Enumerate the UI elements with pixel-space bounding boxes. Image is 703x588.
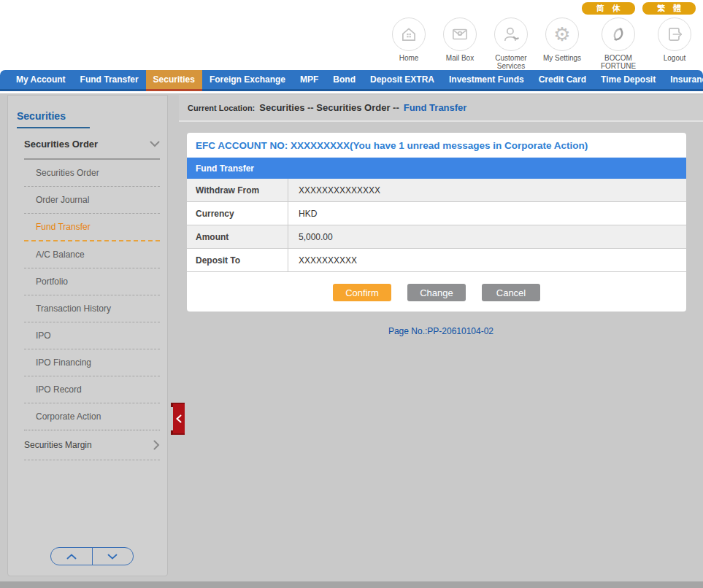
- nav-deposit-extra[interactable]: Deposit EXTRA: [363, 70, 442, 89]
- my-settings-label: My Settings: [543, 54, 581, 62]
- row-label: Deposit To: [187, 249, 288, 272]
- account-notice: EFC ACCOUNT NO: XXXXXXXXX(You have 1 unr…: [187, 133, 686, 158]
- nav-my-account[interactable]: My Account: [9, 70, 73, 89]
- main-navbar: My Account Fund Transfer Securities Fore…: [0, 70, 703, 91]
- page: 简 体 繁 體 Home: [0, 0, 703, 588]
- row-label: Withdraw From: [187, 179, 288, 202]
- confirm-button[interactable]: Confirm: [333, 284, 391, 301]
- logout-icon: [658, 18, 691, 51]
- sidebar-item-transaction-history[interactable]: Transaction History: [24, 295, 160, 322]
- sidebar-scroller: [50, 547, 134, 565]
- sidebar-item-ipo[interactable]: IPO: [24, 322, 160, 349]
- my-settings-button[interactable]: ⚙ My Settings: [537, 18, 588, 62]
- traditional-chinese-button[interactable]: 繁 體: [642, 2, 696, 15]
- sidebar: Securities Securities Order Securities O…: [7, 95, 168, 576]
- sidebar-item-ac-balance[interactable]: A/C Balance: [24, 241, 160, 268]
- nav-insurance[interactable]: Insurance: [663, 70, 703, 89]
- nav-credit-card[interactable]: Credit Card: [531, 70, 593, 89]
- row-value: HKD: [288, 202, 687, 225]
- nav-fund-transfer[interactable]: Fund Transfer: [73, 70, 146, 89]
- bottom-strip: [0, 581, 703, 588]
- breadcrumb: Current Location: Securities -- Securiti…: [179, 95, 703, 122]
- table-row: Deposit To XXXXXXXXXX: [187, 249, 686, 272]
- breadcrumb-path: Securities -- Securities Order --: [259, 102, 399, 113]
- cancel-button[interactable]: Cancel: [482, 284, 540, 301]
- nav-securities[interactable]: Securities: [146, 70, 202, 91]
- table-row: Withdraw From XXXXXXXXXXXXXX: [187, 179, 686, 202]
- mail-box-button[interactable]: Mail Box: [434, 18, 485, 62]
- sidebar-group-securities-order[interactable]: Securities Order: [24, 139, 160, 160]
- header: 简 体 繁 體 Home: [0, 0, 703, 70]
- breadcrumb-prefix: Current Location:: [188, 104, 255, 112]
- home-label: Home: [399, 54, 419, 62]
- simplified-chinese-button[interactable]: 简 体: [582, 2, 635, 15]
- row-value: 5,000.00: [288, 225, 687, 249]
- sidebar-group-label: Securities Order: [24, 139, 98, 150]
- scroll-up-button[interactable]: [51, 548, 93, 565]
- chevron-right-icon: [153, 440, 160, 450]
- sidebar-title: Securities: [17, 110, 90, 128]
- chevron-left-icon: [176, 414, 182, 423]
- customer-services-button[interactable]: Customer Services: [485, 18, 537, 70]
- fund-transfer-card: EFC ACCOUNT NO: XXXXXXXXX(You have 1 unr…: [187, 133, 686, 312]
- row-label: Amount: [187, 225, 288, 249]
- sidebar-group2-label: Securities Margin: [24, 440, 92, 450]
- page-number: Page No.:PP-20610104-02: [179, 326, 703, 336]
- nav-mpf[interactable]: MPF: [293, 70, 326, 89]
- table-title: Fund Transfer: [187, 158, 686, 179]
- my-settings-icon: ⚙: [545, 18, 579, 51]
- sidebar-item-portfolio[interactable]: Portfolio: [24, 268, 160, 295]
- nav-investment-funds[interactable]: Investment Funds: [442, 70, 531, 89]
- sidebar-group-securities-margin[interactable]: Securities Margin: [24, 430, 160, 460]
- mail-box-label: Mail Box: [446, 54, 474, 62]
- sidebar-item-order-journal[interactable]: Order Journal: [24, 187, 160, 214]
- chevron-up-icon: [66, 554, 77, 560]
- bocom-fortune-services-icon: [602, 18, 635, 51]
- logout-label: Logout: [664, 54, 686, 62]
- sidebar-items: Securities Order Order Journal Fund Tran…: [24, 160, 160, 430]
- sidebar-item-ipo-record[interactable]: IPO Record: [24, 376, 160, 403]
- sidebar-item-ipo-financing[interactable]: IPO Financing: [24, 349, 160, 376]
- row-value: XXXXXXXXXX: [288, 249, 687, 272]
- sidebar-item-securities-order[interactable]: Securities Order: [24, 160, 160, 187]
- content: Current Location: Securities -- Securiti…: [179, 95, 703, 579]
- customer-services-icon: [494, 18, 528, 51]
- home-icon: [392, 18, 426, 51]
- home-button[interactable]: Home: [383, 18, 434, 62]
- table-row: Amount 5,000.00: [187, 225, 686, 249]
- breadcrumb-current: Fund Transfer: [404, 102, 467, 113]
- body-area: Securities Securities Order Securities O…: [0, 93, 703, 588]
- change-button[interactable]: Change: [407, 284, 466, 301]
- scroll-down-button[interactable]: [93, 548, 134, 565]
- sidebar-collapse-handle[interactable]: [173, 403, 185, 435]
- mail-box-icon: [443, 18, 477, 51]
- row-label: Currency: [187, 202, 288, 225]
- nav-time-deposit[interactable]: Time Deposit: [593, 70, 663, 89]
- chevron-down-icon: [107, 554, 118, 560]
- language-switcher: 简 体 繁 體: [582, 2, 696, 15]
- customer-services-label: Customer Services: [485, 54, 537, 70]
- table-row: Currency HKD: [187, 202, 686, 225]
- sidebar-item-corporate-action[interactable]: Corporate Action: [24, 403, 160, 430]
- fund-transfer-table: Fund Transfer Withdraw From XXXXXXXXXXXX…: [187, 158, 686, 272]
- quick-icons: Home Mail Box: [383, 18, 700, 78]
- bocom-fortune-services-button[interactable]: BOCOM FORTUNE Services: [588, 18, 649, 78]
- nav-bond[interactable]: Bond: [326, 70, 363, 89]
- button-row: Confirm Change Cancel: [187, 284, 686, 301]
- row-value: XXXXXXXXXXXXXX: [288, 179, 687, 202]
- chevron-down-icon: [150, 141, 160, 147]
- sidebar-item-fund-transfer[interactable]: Fund Transfer: [24, 214, 160, 241]
- logout-button[interactable]: Logout: [649, 18, 700, 62]
- nav-foreign-exchange[interactable]: Foreign Exchange: [202, 70, 293, 89]
